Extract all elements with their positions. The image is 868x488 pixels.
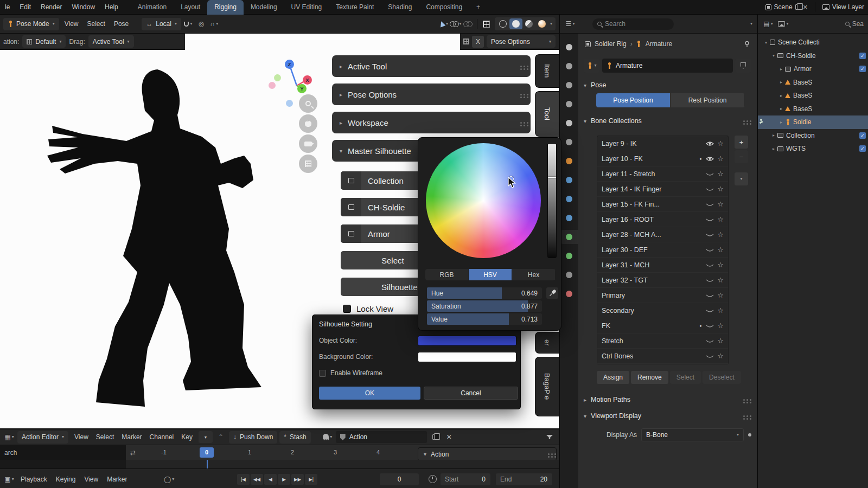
- drag-grip-icon[interactable]: [743, 399, 745, 401]
- timeline-menu[interactable]: Marker: [103, 472, 131, 486]
- drag-grip-icon[interactable]: [520, 66, 522, 67]
- collection-action-button[interactable]: Remove: [631, 371, 668, 384]
- eye-closed-icon[interactable]: [706, 354, 714, 359]
- timeline-menu[interactable]: Keying: [52, 472, 80, 486]
- topbar-menu[interactable]: Help: [100, 0, 123, 15]
- breadcrumb-object[interactable]: Soldier Rig: [595, 40, 627, 48]
- bone-collection-row[interactable]: Stretch ● ☆: [597, 333, 728, 349]
- properties-tab[interactable]: [560, 154, 578, 168]
- pan-button[interactable]: [299, 114, 317, 133]
- eye-open-icon[interactable]: [706, 156, 714, 162]
- workspace-tab[interactable]: Texture Paint: [329, 0, 381, 15]
- camera-view-button[interactable]: [299, 134, 317, 153]
- outliner-row[interactable]: BaseS ✓: [758, 76, 868, 89]
- star-icon[interactable]: ☆: [717, 139, 724, 147]
- transport-button[interactable]: ▶|: [305, 474, 317, 485]
- color-slider[interactable]: Saturation 0.877: [427, 300, 542, 312]
- eye-closed-icon[interactable]: [706, 187, 714, 192]
- workspace-tab[interactable]: Compositing: [419, 0, 469, 15]
- disclosure-triangle-icon[interactable]: [770, 146, 777, 151]
- properties-tab[interactable]: [560, 192, 578, 206]
- sidebar-tab[interactable]: Item: [535, 54, 559, 88]
- star-icon[interactable]: ☆: [717, 322, 724, 330]
- star-icon[interactable]: ☆: [717, 352, 724, 360]
- disclosure-triangle-icon[interactable]: [777, 80, 785, 85]
- eye-closed-icon[interactable]: [706, 278, 714, 283]
- editor-type-button[interactable]: ▦▾: [3, 431, 15, 443]
- outliner-editor-type-button[interactable]: ▤▾: [762, 18, 774, 30]
- panel-header[interactable]: ▸ Active Tool: [332, 55, 531, 77]
- bone-collection-row[interactable]: Layer 9 - IK ● ☆: [597, 136, 728, 151]
- view-layer-selector[interactable]: View Layer: [819, 3, 868, 11]
- star-icon[interactable]: ☆: [717, 185, 724, 193]
- properties-tab[interactable]: [560, 211, 578, 225]
- color-slider[interactable]: Hue 0.649: [427, 287, 542, 299]
- playhead[interactable]: [207, 460, 208, 468]
- workspace-tab[interactable]: Rigging: [207, 0, 244, 15]
- default-orientation-dropdown[interactable]: Default ▾: [22, 35, 66, 48]
- pose-position-toggle[interactable]: Rest Position: [671, 93, 745, 107]
- sidebar-tab[interactable]: BagaPie: [535, 357, 559, 416]
- cancel-button[interactable]: Cancel: [424, 387, 518, 400]
- motion-paths-header[interactable]: ▸ Motion Paths: [578, 391, 757, 408]
- properties-tab[interactable]: [560, 173, 578, 187]
- bone-collections-header[interactable]: ▾ Bone Collections: [578, 113, 757, 129]
- star-icon[interactable]: ☆: [717, 291, 724, 299]
- action-slot-button[interactable]: ▾: [322, 431, 334, 443]
- collection-checkbox[interactable]: ✓: [859, 66, 866, 72]
- bone-collection-row[interactable]: Layer 16 - ROOT ● ☆: [597, 212, 728, 227]
- timeline-ruler[interactable]: arch ⇄ -101234 ▾ Action: [0, 445, 559, 460]
- start-frame-field[interactable]: Start 0: [441, 473, 490, 485]
- color-slider[interactable]: Value 0.713: [427, 313, 542, 325]
- drag-grip-icon[interactable]: [548, 453, 550, 455]
- bone-collection-row[interactable]: Layer 30 - DEF ● ☆: [597, 242, 728, 258]
- object-color-swatch[interactable]: [418, 336, 516, 346]
- eye-closed-icon[interactable]: [706, 293, 714, 298]
- transport-button[interactable]: ◀◀: [251, 474, 263, 485]
- display-as-dropdown[interactable]: B-Bone ▾: [641, 428, 744, 441]
- collection-action-button[interactable]: Select: [670, 371, 701, 384]
- eye-closed-icon[interactable]: [706, 262, 714, 268]
- pose-panel-header[interactable]: ▾ Pose: [578, 77, 757, 93]
- collection-checkbox[interactable]: ✓: [859, 145, 866, 152]
- frame-number[interactable]: 4: [371, 449, 385, 455]
- bone-collection-row[interactable]: Layer 11 - Stretch ● ☆: [597, 166, 728, 182]
- eye-closed-icon[interactable]: [706, 308, 714, 313]
- star-icon[interactable]: ☆: [717, 155, 724, 163]
- bone-collection-row[interactable]: Ctrl Bones ● ☆: [597, 349, 728, 364]
- bone-collection-row[interactable]: Secondary ● ☆: [597, 303, 728, 318]
- bone-collection-row[interactable]: Layer 14 - IK Finger ● ☆: [597, 182, 728, 197]
- pin-icon[interactable]: [744, 41, 750, 48]
- color-mode-tab[interactable]: HSV: [469, 269, 512, 280]
- timeline-editor-type-button[interactable]: ▣▾: [3, 473, 15, 485]
- end-frame-field[interactable]: End 20: [496, 473, 552, 485]
- lock-view-checkbox[interactable]: [343, 305, 351, 313]
- topbar-menu[interactable]: le: [0, 0, 15, 15]
- close-button[interactable]: X: [472, 36, 484, 48]
- scene-selector[interactable]: Scene ✕: [762, 3, 812, 11]
- gizmo-neg-x-axis[interactable]: [269, 82, 276, 89]
- topbar-menu[interactable]: Window: [67, 0, 100, 15]
- collection-specials-button[interactable]: ▾: [735, 172, 748, 185]
- dope-sheet-menu[interactable]: Key: [177, 430, 196, 445]
- gizmo-y-axis[interactable]: Y: [297, 84, 307, 93]
- filter-dropdown-button[interactable]: ▼: [199, 431, 213, 443]
- shading-material-button[interactable]: [522, 18, 535, 29]
- star-icon[interactable]: ☆: [717, 306, 724, 314]
- outliner-row[interactable]: Scene Collecti ✓: [758, 36, 868, 49]
- color-mode-tab[interactable]: Hex: [512, 269, 556, 280]
- timeline-menu[interactable]: View: [80, 472, 103, 486]
- topbar-menu[interactable]: Edit: [15, 0, 36, 15]
- star-icon[interactable]: ☆: [717, 337, 724, 345]
- channel-search-field[interactable]: arch: [0, 445, 126, 460]
- transport-button[interactable]: ▶: [278, 474, 290, 485]
- viewport-menu[interactable]: View: [60, 15, 83, 34]
- workspace-tab[interactable]: UV Editing: [284, 0, 329, 15]
- fake-user-button[interactable]: [735, 59, 751, 73]
- disclosure-triangle-icon[interactable]: [762, 40, 770, 45]
- properties-tab[interactable]: [560, 268, 578, 282]
- push-down-button[interactable]: ↓ Push Down: [229, 431, 277, 444]
- bone-collection-row[interactable]: Layer 32 - TGT ● ☆: [597, 273, 728, 288]
- mode-dropdown[interactable]: Pose Mode ▾: [3, 18, 59, 30]
- viewport-menu[interactable]: Select: [83, 15, 110, 34]
